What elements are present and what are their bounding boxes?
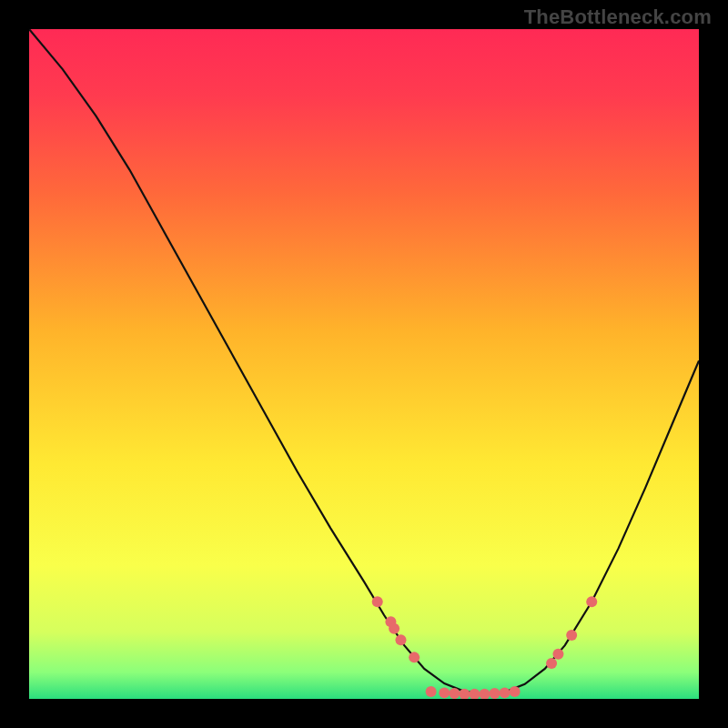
- chart-svg: [29, 29, 699, 699]
- curve-marker: [372, 596, 383, 607]
- curve-marker: [586, 596, 597, 607]
- curve-marker: [546, 658, 557, 669]
- curve-marker: [552, 649, 563, 660]
- curve-marker: [395, 634, 406, 645]
- curve-marker: [490, 688, 500, 699]
- curve-marker: [439, 687, 450, 698]
- chart-background: [29, 29, 699, 699]
- curve-marker: [426, 686, 437, 697]
- watermark-text: TheBottleneck.com: [524, 5, 712, 29]
- curve-marker: [510, 686, 521, 697]
- curve-marker: [389, 623, 399, 634]
- chart-area: [29, 29, 699, 699]
- curve-marker: [449, 688, 460, 699]
- curve-marker: [500, 687, 511, 698]
- curve-marker: [409, 652, 420, 662]
- curve-marker: [566, 630, 577, 641]
